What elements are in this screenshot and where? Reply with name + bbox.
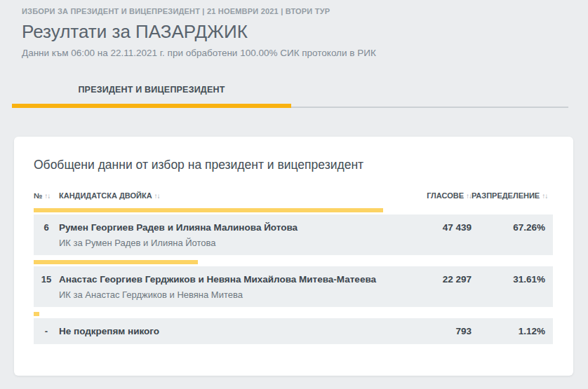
ballot-number: 15 — [34, 273, 59, 285]
sort-icon: ↑↓ — [44, 192, 50, 200]
votes-value: 793 — [408, 325, 472, 337]
election-context-label: ИЗБОРИ ЗА ПРЕЗИДЕНТ И ВИЦЕПРЕЗИДЕНТ | 21… — [22, 7, 567, 15]
column-header-distribution-label: РАЗПРЕДЕЛЕНИЕ — [472, 191, 540, 200]
card-title: Обобщени данни от избор на президент и в… — [34, 158, 553, 172]
result-share-bar — [34, 208, 383, 212]
tab-bar: ПРЕЗИДЕНТ И ВИЦЕПРЕЗИДЕНТ — [12, 79, 568, 108]
candidate-cell: Румен Георгиев Радев и Илияна Малинова Й… — [59, 221, 408, 248]
table-row: 6 Румен Георгиев Радев и Илияна Малинова… — [34, 214, 553, 255]
result-row-group: - Не подкрепям никого 793 1.12% — [34, 312, 553, 344]
table-row: 15 Анастас Георгиев Герджиков и Невяна М… — [34, 266, 553, 307]
candidate-pair-name: Не подкрепям никого — [59, 325, 408, 337]
candidate-pair-name: Румен Георгиев Радев и Илияна Малинова Й… — [59, 221, 408, 233]
results-card: Обобщени данни от избор на президент и в… — [14, 137, 573, 376]
column-header-number-label: № — [34, 191, 42, 200]
ballot-number: 6 — [34, 221, 59, 233]
sort-icon: ↑↓ — [542, 192, 547, 200]
ballot-number: - — [34, 325, 59, 337]
candidate-pair-name: Анастас Георгиев Герджиков и Невяна Миха… — [59, 273, 408, 285]
result-row-group: 6 Румен Георгиев Радев и Илияна Малинова… — [34, 208, 553, 255]
distribution-value: 67.26% — [472, 221, 545, 233]
column-header-number[interactable]: №↑↓ — [34, 191, 59, 200]
distribution-value: 31.61% — [472, 273, 545, 285]
sort-icon: ↑↓ — [466, 192, 472, 200]
result-share-bar — [34, 260, 198, 264]
nominated-by-label: ИК за Румен Радев и Илияна Йотова — [59, 238, 408, 248]
column-header-candidate-pair-label: КАНДИДАТСКА ДВОЙКА — [59, 191, 152, 200]
page-header: ИЗБОРИ ЗА ПРЕЗИДЕНТ И ВИЦЕПРЕЗИДЕНТ | 21… — [0, 0, 588, 58]
tab-president-vicepresident[interactable]: ПРЕЗИДЕНТ И ВИЦЕПРЕЗИДЕНТ — [12, 79, 291, 104]
tab-label: ПРЕЗИДЕНТ И ВИЦЕПРЕЗИДЕНТ — [78, 85, 225, 95]
column-header-candidate-pair[interactable]: КАНДИДАТСКА ДВОЙКА↑↓ — [59, 191, 408, 200]
candidate-cell: Анастас Георгиев Герджиков и Невяна Миха… — [59, 273, 408, 300]
nominated-by-label: ИК за Анастас Герджиков и Невяна Митева — [59, 289, 408, 300]
sort-icon: ↑↓ — [154, 192, 160, 200]
result-row-group: 15 Анастас Георгиев Герджиков и Невяна М… — [34, 260, 553, 307]
column-header-votes-label: ГЛАСОВЕ — [427, 191, 464, 200]
data-status-subtitle: Данни към 06:00 на 22.11.2021 г. при обр… — [22, 48, 567, 58]
page-root: ИЗБОРИ ЗА ПРЕЗИДЕНТ И ВИЦЕПРЕЗИДЕНТ | 21… — [0, 0, 588, 376]
tab-track — [12, 104, 568, 108]
result-share-bar — [34, 312, 39, 316]
candidate-cell: Не подкрепям никого — [59, 325, 408, 337]
table-row: - Не подкрепям никого 793 1.12% — [34, 318, 553, 344]
column-header-distribution[interactable]: РАЗПРЕДЕЛЕНИЕ↑↓ — [472, 191, 545, 200]
votes-value: 47 439 — [408, 221, 472, 233]
votes-value: 22 297 — [408, 273, 472, 285]
active-tab-indicator — [12, 104, 291, 108]
page-title: Резултати за ПАЗАРДЖИК — [22, 21, 567, 43]
column-header-votes[interactable]: ГЛАСОВЕ↑↓ — [408, 191, 472, 200]
table-header-row: №↑↓ КАНДИДАТСКА ДВОЙКА↑↓ ГЛАСОВЕ↑↓ РАЗПР… — [34, 191, 553, 200]
distribution-value: 1.12% — [472, 325, 545, 337]
